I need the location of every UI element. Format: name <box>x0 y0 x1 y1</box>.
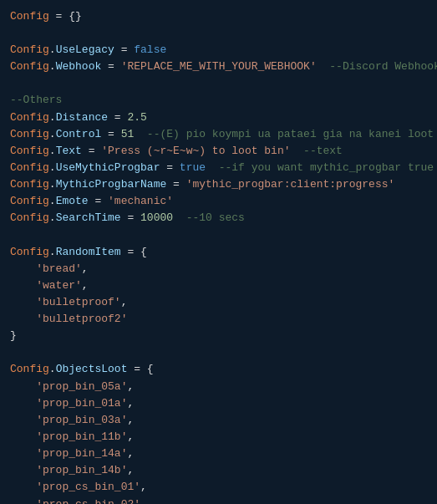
code-line: Config = {} <box>10 8 427 25</box>
code-line: Config.RandomItem = { <box>10 244 427 261</box>
code-line: 'water', <box>10 277 427 294</box>
code-line: 'bulletproof', <box>10 294 427 311</box>
code-line: 'prop_bin_11b', <box>10 429 427 445</box>
code-line: 'prop_bin_03a', <box>10 412 427 429</box>
code-editor: Config = {} Config.UseLegacy = falseConf… <box>0 0 437 504</box>
code-line: 'bread', <box>10 261 427 277</box>
code-line: Config.Emote = 'mechanic' <box>10 193 427 210</box>
code-line: Config.Text = 'Press (~r~E~w~) to loot b… <box>10 143 427 160</box>
code-line: Config.ObjectsLoot = { <box>10 361 427 378</box>
code-line: 'bulletproof2' <box>10 311 427 328</box>
code-line <box>10 344 427 361</box>
code-line <box>10 227 427 244</box>
code-line: Config.Webhook = 'REPLACE_ME_WITH_YOUR_W… <box>10 59 427 75</box>
code-line <box>10 25 427 42</box>
code-line: Config.Distance = 2.5 <box>10 109 427 126</box>
code-line: Config.MythicProgbarName = 'mythic_progb… <box>10 176 427 193</box>
code-line: --Others <box>10 92 427 109</box>
code-line: Config.SearchTime = 10000 --10 secs <box>10 210 427 227</box>
code-line: } <box>10 328 427 344</box>
code-line: 'prop_bin_14b', <box>10 462 427 479</box>
code-line: 'prop_bin_01a', <box>10 395 427 412</box>
code-line: Config.Control = 51 --(E) pio koympi ua … <box>10 126 427 143</box>
code-line <box>10 75 427 92</box>
code-line: Config.UseLegacy = false <box>10 42 427 59</box>
code-line: Config.UseMythicProgbar = true --if you … <box>10 160 427 176</box>
code-line: 'prop_bin_05a', <box>10 379 427 395</box>
code-line: 'prop_cs_bin_01', <box>10 479 427 496</box>
code-line: 'prop_bin_14a', <box>10 445 427 462</box>
code-line: 'prop_cs_bin_02' <box>10 496 427 504</box>
